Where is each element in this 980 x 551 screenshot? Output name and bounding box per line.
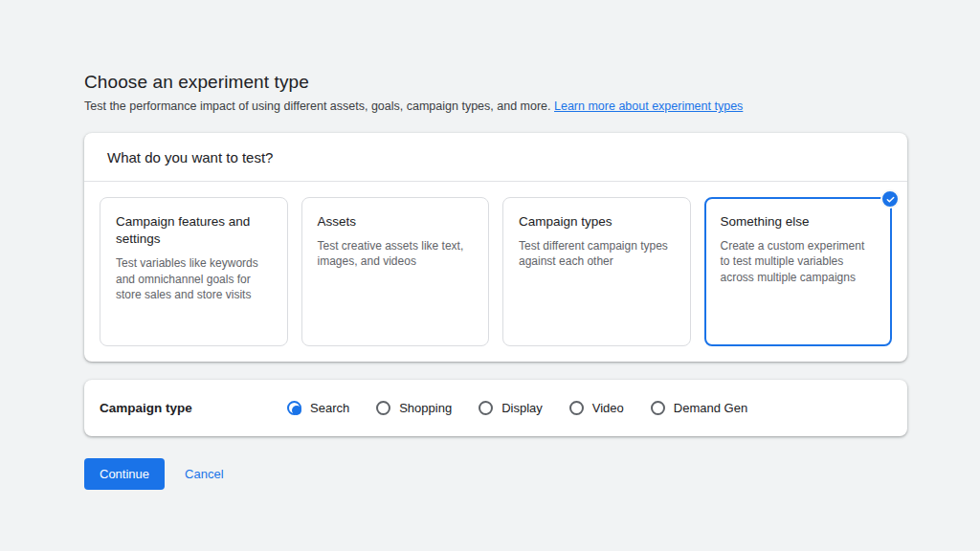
radio-label: Shopping (399, 401, 452, 415)
option-title: Campaign types (519, 213, 675, 231)
radio-unselected-icon (569, 401, 584, 415)
cancel-button[interactable]: Cancel (185, 467, 223, 481)
continue-button[interactable]: Continue (84, 458, 165, 490)
radio-shopping[interactable]: Shopping (376, 401, 452, 415)
option-campaign-features[interactable]: Campaign features and settings Test vari… (100, 197, 288, 346)
campaign-type-card: Campaign type Search Shopping Display Vi… (84, 380, 907, 436)
subtitle-text: Test the performance impact of using dif… (84, 99, 551, 113)
experiment-setup-page: Choose an experiment type Test the perfo… (84, 72, 907, 490)
check-icon (880, 189, 900, 209)
radio-search[interactable]: Search (287, 401, 349, 415)
radio-label: Video (592, 401, 624, 415)
test-options-row: Campaign features and settings Test vari… (84, 182, 907, 362)
learn-more-link[interactable]: Learn more about experiment types (554, 99, 743, 113)
radio-unselected-icon (376, 401, 390, 415)
campaign-type-radio-group: Search Shopping Display Video Demand Gen (287, 401, 747, 415)
option-assets[interactable]: Assets Test creative assets like text, i… (301, 197, 490, 346)
what-to-test-card: What do you want to test? Campaign featu… (84, 133, 907, 362)
what-to-test-question: What do you want to test? (84, 133, 907, 182)
option-title: Something else (721, 213, 877, 231)
campaign-type-label: Campaign type (100, 401, 287, 415)
option-campaign-types[interactable]: Campaign types Test different campaign t… (502, 197, 691, 346)
radio-label: Display (501, 401, 543, 415)
radio-display[interactable]: Display (479, 401, 543, 415)
option-description: Test variables like keywords and omnicha… (116, 255, 272, 302)
radio-selected-icon (287, 401, 301, 415)
form-actions: Continue Cancel (84, 458, 907, 490)
radio-demand-gen[interactable]: Demand Gen (651, 401, 747, 415)
option-something-else[interactable]: Something else Create a custom experimen… (704, 197, 893, 346)
option-description: Test creative assets like text, images, … (318, 238, 474, 269)
radio-unselected-icon (651, 401, 665, 415)
option-title: Assets (318, 213, 474, 231)
option-description: Create a custom experiment to test multi… (721, 238, 877, 285)
page-title: Choose an experiment type (84, 72, 907, 93)
option-description: Test different campaign types against ea… (519, 238, 675, 269)
option-title: Campaign features and settings (116, 213, 272, 248)
radio-unselected-icon (479, 401, 493, 415)
radio-label: Demand Gen (674, 401, 747, 415)
radio-video[interactable]: Video (569, 401, 624, 415)
page-subtitle: Test the performance impact of using dif… (84, 99, 907, 113)
radio-label: Search (310, 401, 349, 415)
